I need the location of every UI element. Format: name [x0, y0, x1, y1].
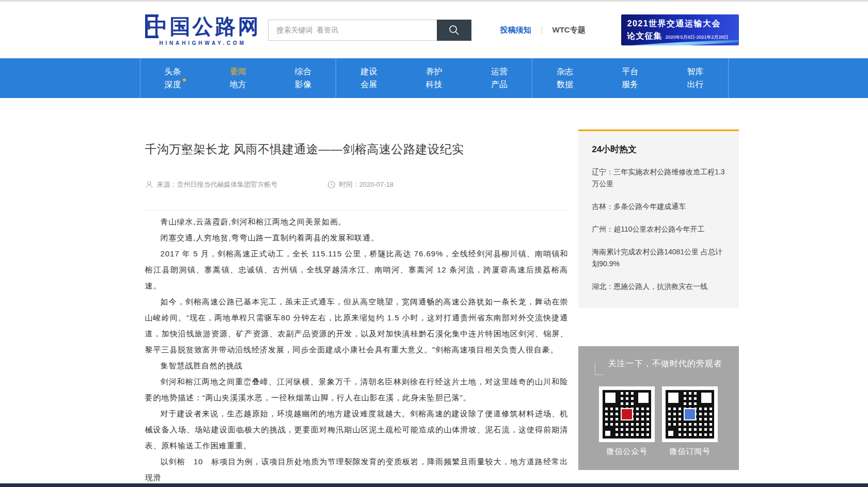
list-item[interactable]: 海南累计完成农村公路14081公里 占总计划90.9% — [592, 246, 725, 270]
sidebar: 24小时热文 辽宁：三年实施农村公路维修改造工程1.3万公里 吉林：多条公路今年… — [578, 98, 738, 470]
article-time: 时间：2020-07-18 — [327, 180, 394, 189]
nav-item-yanghu[interactable]: 养护 — [426, 68, 443, 76]
new-indicator-dot — [183, 78, 186, 82]
nav-item-zonghe[interactable]: 综合 — [295, 68, 311, 76]
nav-item-keji[interactable]: 科技 — [426, 80, 443, 89]
paragraph: 剑河和榕江两地之间重峦叠嶂、江河纵横、景象万千，清朝名臣林则徐在行经这片土地，对… — [145, 374, 569, 405]
paragraph: 闭塞交通,人穷地贫,弯弯山路一直制约着两县的发展和联通。 — [145, 230, 569, 246]
list-item[interactable]: 湖北：恩施公路人，抗洪救灾在一线 — [592, 281, 725, 293]
submission-notice-link[interactable]: 投稿须知 — [500, 25, 531, 35]
search-icon — [448, 24, 460, 36]
source-text: 来源：贵州日报当代融媒体集团官方帐号 — [157, 180, 278, 189]
qr-code-image — [666, 390, 714, 439]
nav-item-shuju[interactable]: 数据 — [557, 80, 573, 89]
hot-articles-title: 24小时热文 — [592, 143, 725, 155]
list-item[interactable]: 辽宁：三年实施农村公路维修改造工程1.3万公里 — [592, 166, 725, 190]
nav-item-toutiao[interactable]: 头条 — [165, 68, 181, 76]
follow-title: 关注一下，不做时代的旁观者 — [578, 359, 738, 375]
clock-icon — [327, 181, 336, 189]
wechat-follow-box: 关注一下，不做时代的旁观者 微信公众号 — [578, 346, 738, 470]
hot-articles-box: 24小时热文 辽宁：三年实施农村公路维修改造工程1.3万公里 吉林：多条公路今年… — [578, 129, 738, 308]
nav-item-zhiku[interactable]: 智库 — [687, 68, 703, 76]
qr-center-logo-red — [621, 408, 633, 420]
page: 中国公路网 HINAHIGHWAY.COM 投稿须知 WTC专题 2021世界交… — [0, 0, 868, 487]
search-input[interactable] — [268, 20, 437, 41]
qr-code-image — [603, 390, 651, 439]
article-meta: 来源：贵州日报当代融媒体集团官方帐号 时间：2020-07-18 — [145, 180, 569, 189]
nav-item-zazhi[interactable]: 杂志 — [557, 68, 573, 76]
time-text: 时间：2020-07-18 — [339, 180, 394, 189]
banner-subtitle: 论文征集 — [627, 31, 662, 42]
page-title: 千沟万壑架长龙 风雨不惧建通途——剑榕高速公路建设纪实 — [145, 141, 569, 157]
article-source: 来源：贵州日报当代融媒体集团官方帐号 — [145, 180, 278, 189]
qr-tile-public-account: 微信公众号 — [599, 386, 655, 457]
qr-tile-subscription-account: 微信订阅号 — [662, 386, 718, 457]
nav-item-chanpin[interactable]: 产品 — [491, 80, 508, 89]
header: 中国公路网 HINAHIGHWAY.COM 投稿须知 WTC专题 2021世界交… — [130, 2, 739, 58]
nav-group-3: 杂志 数据 平台 服务 智库 出行 — [532, 58, 729, 98]
search-button[interactable] — [437, 20, 471, 41]
nav-group-2: 建设 会展 养护 科技 运营 产品 — [336, 58, 532, 98]
article-body: 青山绿水,云蒸霞蔚,剑河和榕江两地之间美景如画。 闭塞交通,人穷地贫,弯弯山路一… — [145, 214, 569, 485]
logo-cn-text: 中国公路网 — [147, 16, 261, 37]
footer-bar — [0, 483, 868, 487]
link-separator — [542, 26, 542, 34]
paragraph: 以剑榕 10 标项目为例，该项目所处地质为节理裂隙发育的变质板岩，降雨频繁且雨量… — [145, 453, 569, 485]
nav-item-huizhan[interactable]: 会展 — [360, 80, 377, 89]
logo-en-text: HINAHIGHWAY.COM — [160, 40, 261, 46]
main-nav: 头条 深度 要闻 地方 综合 影像 建设 会展 养护 — [0, 58, 868, 98]
paragraph: 2017 年 5 月，剑榕高速正式动工，全长 115.115 公里，桥隧比高达 … — [145, 246, 569, 294]
corner-decoration — [595, 363, 603, 375]
banner-date: 2020年5月8日-2021年2月28日 — [666, 34, 729, 41]
qr-label: 微信订阅号 — [669, 447, 711, 457]
search-bar — [268, 20, 471, 41]
article: 千沟万壑架长龙 风雨不惧建通途——剑榕高速公路建设纪实 来源：贵州日报当代融媒体… — [130, 98, 569, 485]
qr-center-logo-blue — [684, 408, 696, 420]
list-item[interactable]: 广州：超110公里农村公路今年开工 — [592, 223, 725, 235]
nav-item-pingtai[interactable]: 平台 — [622, 68, 638, 76]
divider — [145, 210, 569, 210]
nav-item-yunying[interactable]: 运营 — [491, 68, 508, 76]
header-links: 投稿须知 WTC专题 — [500, 25, 586, 35]
nav-item-chuxing[interactable]: 出行 — [687, 80, 703, 89]
paragraph: 集智慧战胜自然的挑战 — [145, 358, 569, 374]
nav-item-jianshe[interactable]: 建设 — [360, 68, 377, 76]
paragraph: 如今，剑榕高速公路已基本完工，虽未正式通车，但从高空眺望，宽阔通畅的高速公路犹如… — [145, 294, 569, 358]
user-icon — [145, 181, 153, 189]
qr-label: 微信公众号 — [606, 447, 648, 457]
paragraph: 对于建设者来说，生态越原始，环境越幽闭的地方建设难度就越大。剑榕高速的建设除了便… — [145, 405, 569, 453]
nav-item-yaowen-active[interactable]: 要闻 — [230, 68, 246, 76]
main-content: 千沟万壑架长龙 风雨不惧建通途——剑榕高速公路建设纪实 来源：贵州日报当代融媒体… — [130, 98, 739, 485]
nav-item-yingxiang[interactable]: 影像 — [295, 80, 311, 89]
nav-item-shendu[interactable]: 深度 — [165, 80, 181, 89]
site-logo[interactable]: 中国公路网 HINAHIGHWAY.COM — [145, 14, 261, 46]
nav-item-fuwu[interactable]: 服务 — [622, 80, 638, 89]
list-item[interactable]: 吉林：多条公路今年建成通车 — [592, 201, 725, 213]
paragraph: 青山绿水,云蒸霞蔚,剑河和榕江两地之间美景如画。 — [145, 214, 569, 230]
nav-group-1: 头条 深度 要闻 地方 综合 影像 — [140, 58, 336, 98]
wtc-topic-link[interactable]: WTC专题 — [553, 25, 586, 35]
banner-title: 2021世界交通运输大会 — [627, 19, 739, 29]
nav-item-difang[interactable]: 地方 — [230, 80, 246, 89]
conference-banner-ad[interactable]: 2021世界交通运输大会 论文征集 2020年5月8日-2021年2月28日 — [621, 14, 739, 45]
